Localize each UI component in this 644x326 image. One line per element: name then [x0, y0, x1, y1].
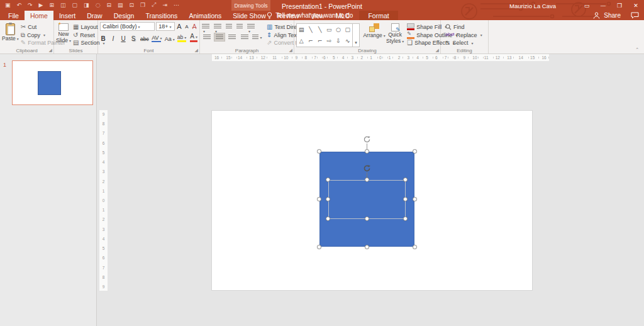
change-case-button[interactable]: Aa — [165, 36, 174, 42]
tab-draw[interactable]: Draw — [81, 11, 108, 20]
numbering-button[interactable] — [214, 24, 221, 30]
oval-shape[interactable]: ○ — [336, 26, 341, 33]
shapes-gallery-more-icon[interactable]: ▾ — [353, 23, 360, 47]
tab-transitions[interactable]: Transitions — [140, 11, 183, 20]
replace-button[interactable]: ab⇄ Replace — [445, 31, 482, 39]
paragraph-dialog-launcher-icon[interactable]: ◢ — [289, 48, 292, 53]
user-account-name[interactable]: Maurizio La Cava — [509, 3, 556, 9]
inner-handle-middle-left[interactable] — [326, 197, 330, 201]
down-arrow-shape[interactable]: ⇩ — [336, 38, 341, 44]
character-spacing-button[interactable]: AV — [152, 35, 160, 42]
columns-button[interactable] — [252, 33, 262, 41]
textbox-shape[interactable]: ▤ — [299, 26, 304, 33]
resize-handle-bottom-right[interactable] — [413, 245, 417, 249]
elbow-connector-shape[interactable]: ⌐ — [308, 38, 313, 44]
quick-styles-button[interactable]: Quick Styles — [386, 22, 404, 47]
bullets-button[interactable] — [202, 24, 209, 30]
arrow-line-shape[interactable]: ╲ — [318, 26, 321, 33]
strikethrough-button[interactable]: abc — [140, 36, 148, 42]
addin-icon-6[interactable]: ⊟ — [106, 2, 111, 8]
font-size-select[interactable]: 18+ — [156, 22, 175, 31]
grow-font-button[interactable]: A — [176, 23, 182, 30]
resize-handle-middle-left[interactable] — [317, 197, 321, 201]
save-icon[interactable]: ▣ — [5, 2, 11, 8]
inner-handle-middle-right[interactable] — [403, 197, 408, 201]
tab-format[interactable]: Format — [359, 11, 398, 20]
line-spacing-button[interactable] — [247, 24, 255, 30]
inner-handle-bottom-center[interactable] — [365, 216, 369, 221]
copy-window-icon[interactable]: ❐ — [140, 2, 145, 8]
text-shadow-button[interactable]: S — [130, 35, 136, 42]
align-right-button[interactable] — [227, 33, 237, 41]
elbow-arrow-connector-shape[interactable]: ⌐ — [318, 38, 323, 44]
addin-icon-3[interactable]: ▢ — [72, 2, 78, 8]
rotate-handle[interactable] — [363, 135, 371, 143]
addin-icon-5[interactable]: ◌ — [96, 2, 101, 8]
inner-rotate-handle[interactable] — [363, 164, 371, 172]
drawing-dialog-launcher-icon[interactable]: ◢ — [436, 48, 439, 53]
tab-file[interactable]: File — [3, 11, 25, 20]
tell-me-box[interactable]: Tell me what you want to do — [267, 11, 353, 20]
comments-icon[interactable] — [631, 12, 639, 19]
right-arrow-shape[interactable]: ⇨ — [327, 38, 332, 44]
resize-handle-top-center[interactable] — [365, 149, 369, 154]
tab-slide-show[interactable]: Slide Show — [227, 11, 272, 20]
inner-handle-bottom-left[interactable] — [326, 216, 330, 221]
next-window-icon[interactable]: ⇥ — [162, 2, 167, 8]
close-button[interactable]: ✕ — [628, 0, 644, 11]
tab-animations[interactable]: Animations — [183, 11, 227, 20]
font-dialog-launcher-icon[interactable]: ◢ — [195, 48, 198, 53]
font-color-button[interactable]: A — [190, 33, 197, 42]
tab-design[interactable]: Design — [108, 11, 140, 20]
ribbon-display-options-icon[interactable]: ▭ — [579, 0, 595, 11]
shrink-font-button[interactable]: A — [184, 24, 190, 30]
align-center-button[interactable] — [214, 33, 225, 41]
inner-handle-bottom-right[interactable] — [403, 216, 408, 221]
horizontal-ruler[interactable]: 1615141312111098765432101234567891011121… — [212, 54, 549, 61]
triangle-shape[interactable]: △ — [299, 38, 304, 44]
qat-overflow-icon[interactable]: ⋯ — [174, 2, 179, 8]
start-slideshow-icon[interactable]: ▶ — [39, 2, 43, 8]
inner-textbox-selection[interactable] — [328, 180, 406, 219]
fullscreen-icon[interactable]: ⤢ — [152, 1, 156, 8]
bold-button[interactable]: B — [100, 35, 106, 42]
underline-button[interactable]: U — [120, 35, 126, 42]
new-slide-button[interactable]: New Slide — [56, 22, 71, 47]
redo-icon[interactable]: ↷ — [28, 2, 33, 8]
highlight-color-button[interactable]: ab — [177, 35, 186, 42]
resize-handle-middle-right[interactable] — [413, 197, 417, 201]
find-button[interactable]: Find — [445, 23, 482, 31]
addin-icon-2[interactable]: ◫ — [60, 2, 66, 8]
clipboard-dialog-launcher-icon[interactable]: ◢ — [49, 48, 52, 53]
addin-icon-8[interactable]: ⊡ — [130, 2, 135, 8]
addin-icon-4[interactable]: ◨ — [84, 2, 89, 8]
increase-indent-button[interactable] — [236, 24, 243, 30]
slide-thumbnail[interactable] — [12, 60, 93, 105]
restore-button[interactable]: ❐ — [611, 0, 628, 11]
line-shape[interactable]: ╲ — [309, 26, 312, 33]
decrease-indent-button[interactable] — [226, 24, 232, 30]
slides-panel[interactable]: 1 — [0, 54, 97, 326]
resize-handle-top-right[interactable] — [413, 149, 417, 154]
resize-handle-bottom-center[interactable] — [365, 245, 369, 249]
addin-icon-1[interactable]: ⊞ — [50, 2, 55, 8]
resize-handle-bottom-left[interactable] — [317, 245, 321, 249]
tab-home[interactable]: Home — [25, 11, 53, 20]
vertical-ruler[interactable]: 9876543210123456789 — [99, 110, 108, 291]
clear-formatting-button[interactable]: A — [191, 23, 197, 30]
tab-insert[interactable]: Insert — [53, 11, 81, 20]
inner-handle-top-right[interactable] — [403, 177, 408, 182]
paste-button[interactable]: Paste — [2, 22, 19, 47]
share-button[interactable]: Share — [604, 12, 621, 19]
italic-button[interactable]: I — [110, 35, 116, 42]
collapse-ribbon-icon[interactable]: ⌃ — [635, 47, 639, 52]
freeform-shape[interactable]: ∿ — [345, 38, 350, 44]
arrange-button[interactable]: Arrange — [364, 22, 384, 47]
rounded-rectangle-shape[interactable]: ▢ — [345, 26, 350, 33]
justify-button[interactable] — [240, 33, 250, 41]
addin-icon-7[interactable]: ▤ — [118, 2, 123, 8]
rectangle-shape[interactable]: ▭ — [326, 26, 332, 33]
undo-icon[interactable]: ↶ — [17, 2, 22, 8]
align-left-button[interactable] — [202, 33, 212, 41]
minimize-button[interactable]: — — [595, 0, 611, 11]
